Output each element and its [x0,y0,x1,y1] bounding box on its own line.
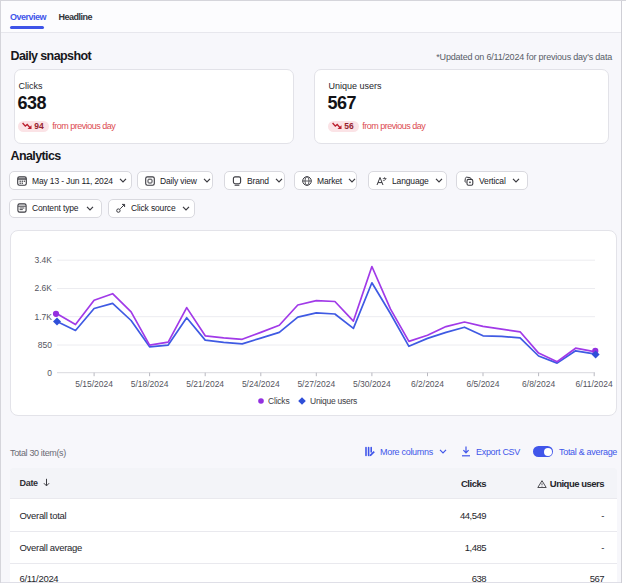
svg-text:6/8/2024: 6/8/2024 [522,379,555,389]
svg-text:5/24/2024: 5/24/2024 [242,379,280,389]
svg-text:5/21/2024: 5/21/2024 [186,379,224,389]
svg-text:Clicks: Clicks [268,396,289,406]
svg-text:Unique users: Unique users [310,396,357,406]
svg-text:850: 850 [38,340,52,350]
svg-text:0: 0 [47,368,52,378]
svg-text:5/15/2024: 5/15/2024 [75,379,113,389]
svg-text:6/11/2024: 6/11/2024 [576,379,613,389]
svg-text:6/2/2024: 6/2/2024 [411,379,444,389]
svg-text:2.6K: 2.6K [35,283,53,293]
svg-text:5/27/2024: 5/27/2024 [297,379,335,389]
svg-text:5/18/2024: 5/18/2024 [131,379,169,389]
svg-text:1.7K: 1.7K [35,312,53,322]
svg-text:6/5/2024: 6/5/2024 [466,379,499,389]
svg-text:3.4K: 3.4K [35,255,53,265]
svg-text:5/30/2024: 5/30/2024 [353,379,391,389]
